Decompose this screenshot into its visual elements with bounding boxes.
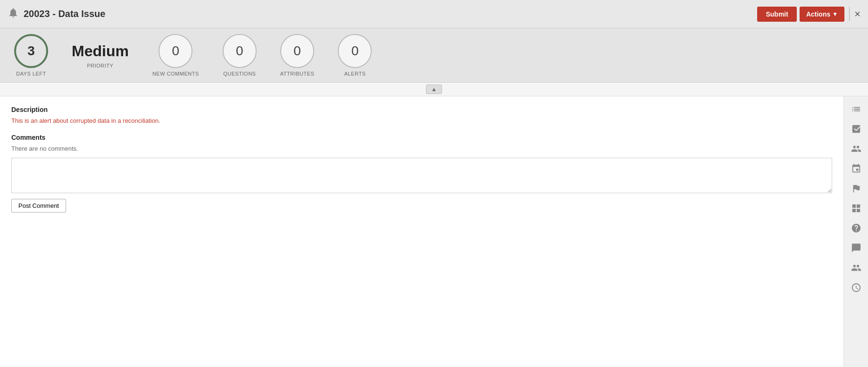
description-heading: Description (11, 106, 832, 113)
no-comments-text: There are no comments. (11, 145, 832, 152)
comment-textarea[interactable] (11, 158, 832, 193)
chevron-down-icon: ▼ (832, 11, 838, 17)
questions-circle: 0 (223, 34, 257, 68)
description-section: Description This is an alert about corru… (11, 106, 832, 124)
header-right: Submit Actions ▼ × (757, 7, 860, 22)
list-icon[interactable] (847, 100, 866, 118)
new-comments-label: NEW COMMENTS (152, 71, 199, 77)
chevron-up-icon: ▲ (431, 86, 437, 93)
bell-icon (8, 7, 19, 21)
page-title: 20023 - Data Issue (24, 9, 105, 19)
workflow-icon[interactable] (847, 160, 866, 178)
actions-button[interactable]: Actions ▼ (800, 7, 844, 22)
new-comments-stat: 0 NEW COMMENTS (152, 34, 199, 77)
header-left: 20023 - Data Issue (8, 7, 105, 21)
clock-icon[interactable] (847, 279, 866, 297)
collapse-row: ▲ (0, 83, 868, 96)
report-icon[interactable] (847, 120, 866, 138)
days-left-circle: 3 (14, 34, 48, 68)
users-icon[interactable] (847, 140, 866, 158)
post-comment-button[interactable]: Post Comment (11, 199, 66, 213)
priority-label: PRIORITY (87, 63, 113, 68)
priority-value: Medium (72, 43, 129, 60)
right-sidebar (843, 96, 868, 367)
people-icon[interactable] (847, 259, 866, 277)
days-left-stat: 3 DAYS LEFT (14, 34, 48, 77)
comment-icon[interactable] (847, 239, 866, 257)
submit-button[interactable]: Submit (757, 7, 796, 22)
attributes-stat: 0 ATTRIBUTES (280, 34, 315, 77)
collapse-button[interactable]: ▲ (426, 85, 442, 94)
content-area: Description This is an alert about corru… (0, 96, 843, 367)
description-text: This is an alert about corrupted data in… (11, 117, 832, 124)
question-icon[interactable] (847, 219, 866, 237)
grid-icon[interactable] (847, 199, 866, 217)
attributes-circle: 0 (280, 34, 314, 68)
main-layout: Description This is an alert about corru… (0, 96, 868, 367)
close-button[interactable]: × (854, 8, 860, 20)
questions-stat: 0 QUESTIONS (223, 34, 257, 77)
stats-bar: 3 DAYS LEFT Medium PRIORITY 0 NEW COMMEN… (0, 28, 868, 83)
questions-label: QUESTIONS (223, 71, 256, 77)
attributes-label: ATTRIBUTES (280, 71, 315, 77)
alerts-circle: 0 (338, 34, 372, 68)
header-divider (849, 7, 850, 21)
new-comments-circle: 0 (159, 34, 192, 68)
comments-heading: Comments (11, 134, 832, 141)
header: 20023 - Data Issue Submit Actions ▼ × (0, 0, 868, 28)
alerts-stat: 0 ALERTS (338, 34, 372, 77)
priority-stat: Medium PRIORITY (72, 43, 129, 68)
alerts-label: ALERTS (344, 71, 366, 77)
days-left-label: DAYS LEFT (16, 71, 46, 77)
comments-section: Comments There are no comments. Post Com… (11, 134, 832, 213)
flag-icon[interactable] (847, 179, 866, 197)
